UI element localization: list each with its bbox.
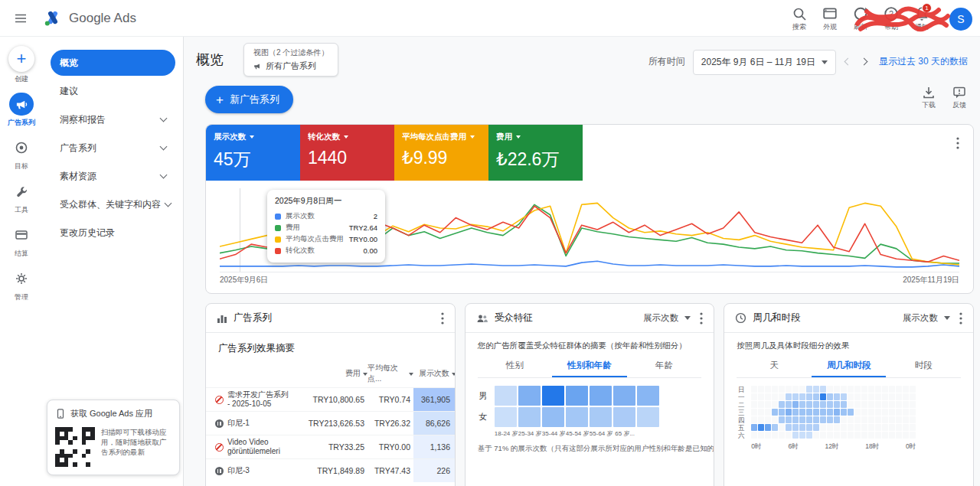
schedule-heatmap-cell[interactable] (813, 401, 819, 408)
help-button[interactable]: ? 帮助 (876, 6, 906, 32)
rail-item-goals[interactable]: 目标 (9, 136, 34, 171)
schedule-heatmap-cell[interactable] (903, 393, 909, 400)
schedule-heatmap-cell[interactable] (765, 401, 771, 408)
schedule-heatmap-cell[interactable] (758, 409, 764, 416)
schedule-heatmap-cell[interactable] (806, 432, 812, 439)
schedule-heatmap-cell[interactable] (827, 393, 833, 400)
schedule-heatmap-cell[interactable] (751, 416, 757, 423)
schedule-heatmap-cell[interactable] (889, 409, 895, 416)
schedule-heatmap-cell[interactable] (820, 432, 826, 439)
new-campaign-button[interactable]: 新广告系列 (205, 86, 293, 113)
schedule-heatmap-cell[interactable] (813, 393, 819, 400)
schedule-heatmap-cell[interactable] (765, 393, 771, 400)
schedule-heatmap-cell[interactable] (896, 424, 902, 431)
schedule-heatmap-cell[interactable] (896, 409, 902, 416)
schedule-heatmap-cell[interactable] (799, 386, 805, 393)
schedule-heatmap-cell[interactable] (820, 386, 826, 393)
feedback-button[interactable]: 反馈 (952, 86, 966, 110)
schedule-heatmap-cell[interactable] (779, 424, 785, 431)
schedule-heatmap-cell[interactable] (799, 416, 805, 423)
schedule-heatmap-cell[interactable] (792, 432, 799, 439)
demographics-heatmap-cell[interactable] (590, 386, 612, 406)
schedule-heatmap-cell[interactable] (848, 386, 854, 393)
schedule-heatmap-cell[interactable] (806, 393, 812, 400)
schedule-heatmap-cell[interactable] (882, 409, 888, 416)
demographics-heatmap-cell[interactable] (495, 407, 517, 427)
demographics-heatmap-cell[interactable] (518, 407, 541, 427)
campaign-table-row[interactable]: Video Video görüntülemeleriTRY33.25TRY0.… (206, 435, 455, 458)
schedule-heatmap-cell[interactable] (854, 386, 861, 393)
schedule-heatmap-cell[interactable] (758, 424, 764, 431)
demographics-heatmap-cell[interactable] (566, 386, 588, 406)
schedule-heatmap-cell[interactable] (889, 393, 895, 400)
schedule-heatmap-cell[interactable] (868, 432, 874, 439)
schedule-heatmap-cell[interactable] (910, 424, 916, 431)
schedule-heatmap-cell[interactable] (910, 409, 916, 416)
schedule-heatmap-cell[interactable] (834, 393, 840, 400)
schedule-heatmap-cell[interactable] (751, 409, 757, 416)
demographics-heatmap-cell[interactable] (542, 386, 564, 406)
schedule-heatmap-cell[interactable] (751, 393, 757, 400)
schedule-heatmap-cell[interactable] (861, 409, 867, 416)
schedule-heatmap-cell[interactable] (779, 401, 785, 408)
schedule-heatmap-cell[interactable] (786, 393, 792, 400)
schedule-heatmap-cell[interactable] (889, 401, 895, 408)
schedule-heatmap-cell[interactable] (875, 386, 881, 393)
schedule-heatmap-cell[interactable] (854, 401, 861, 408)
schedule-heatmap-cell[interactable] (848, 416, 854, 423)
tab-gender-age[interactable]: 性别和年龄 (552, 354, 627, 377)
schedule-heatmap-cell[interactable] (854, 409, 861, 416)
schedule-heatmap-cell[interactable] (758, 386, 764, 393)
tab-age[interactable]: 年龄 (627, 354, 702, 377)
schedule-heatmap-cell[interactable] (910, 401, 916, 408)
schedule-heatmap-cell[interactable] (786, 416, 792, 423)
tab-day[interactable]: 天 (737, 354, 812, 377)
demographics-heatmap-cell[interactable] (590, 407, 612, 427)
schedule-heatmap-cell[interactable] (841, 409, 847, 416)
rail-item-admin[interactable]: 管理 (9, 267, 34, 302)
schedule-heatmap-cell[interactable] (799, 409, 805, 416)
view-filter-chip[interactable]: 视图（2 个过滤条件） 所有广告系列 (243, 43, 338, 77)
tab-gender[interactable]: 性别 (478, 354, 553, 377)
metric-selector[interactable]: 展示次数 (903, 312, 950, 324)
schedule-heatmap-cell[interactable] (903, 432, 909, 439)
schedule-heatmap-cell[interactable] (792, 401, 799, 408)
nav-item-change-history[interactable]: 更改历史记录 (51, 220, 175, 246)
schedule-heatmap-cell[interactable] (820, 401, 826, 408)
demographics-heatmap-cell[interactable] (637, 386, 659, 406)
schedule-heatmap-cell[interactable] (868, 409, 874, 416)
schedule-heatmap-cell[interactable] (772, 401, 778, 408)
demographics-heatmap-cell[interactable] (637, 407, 659, 427)
schedule-heatmap-cell[interactable] (772, 432, 778, 439)
schedule-heatmap-cell[interactable] (868, 401, 874, 408)
schedule-heatmap-cell[interactable] (751, 401, 757, 408)
metric-card-avg-cpc[interactable]: 平均每次点击费用 ₺9.99 (394, 125, 488, 181)
nav-item-audiences-keywords[interactable]: 受众群体、关键字和内容 (51, 191, 175, 217)
schedule-heatmap-cell[interactable] (751, 386, 757, 393)
schedule-heatmap-cell[interactable] (820, 409, 826, 416)
schedule-heatmap-cell[interactable] (848, 409, 854, 416)
schedule-heatmap-cell[interactable] (834, 401, 840, 408)
schedule-heatmap-cell[interactable] (820, 393, 826, 400)
schedule-heatmap-cell[interactable] (841, 424, 847, 431)
schedule-heatmap-cell[interactable] (903, 409, 909, 416)
demographics-heatmap-cell[interactable] (542, 407, 564, 427)
schedule-heatmap-cell[interactable] (848, 401, 854, 408)
schedule-heatmap-cell[interactable] (861, 424, 867, 431)
schedule-heatmap-cell[interactable] (882, 393, 888, 400)
schedule-heatmap-cell[interactable] (792, 386, 799, 393)
schedule-heatmap-cell[interactable] (765, 432, 771, 439)
menu-icon[interactable] (11, 8, 31, 28)
schedule-heatmap-cell[interactable] (861, 432, 867, 439)
schedule-heatmap-cell[interactable] (765, 386, 771, 393)
demographics-heatmap-cell[interactable] (518, 386, 541, 406)
campaign-table-row[interactable]: 需求开发广告系列 - 2025-10-05TRY10,800.65TRY0.74… (206, 387, 455, 411)
app-promo-card[interactable]: 获取 Google Ads 应用 扫描即可下载移动应用，随时随地获取广告系列的最… (47, 400, 180, 475)
tab-day-hour[interactable]: 周几和时段 (812, 354, 887, 377)
schedule-heatmap-cell[interactable] (854, 393, 861, 400)
campaign-table-row[interactable]: 印尼-3TRY1,849.89TRY47.43226 (206, 458, 455, 482)
schedule-heatmap-cell[interactable] (786, 424, 792, 431)
performance-chart[interactable]: 2025年9月8日周一 展示次数2费用TRY2.64平均每次点击费用TRY0.0… (220, 188, 959, 272)
schedule-heatmap-cell[interactable] (896, 401, 902, 408)
schedule-heatmap-cell[interactable] (834, 432, 840, 439)
